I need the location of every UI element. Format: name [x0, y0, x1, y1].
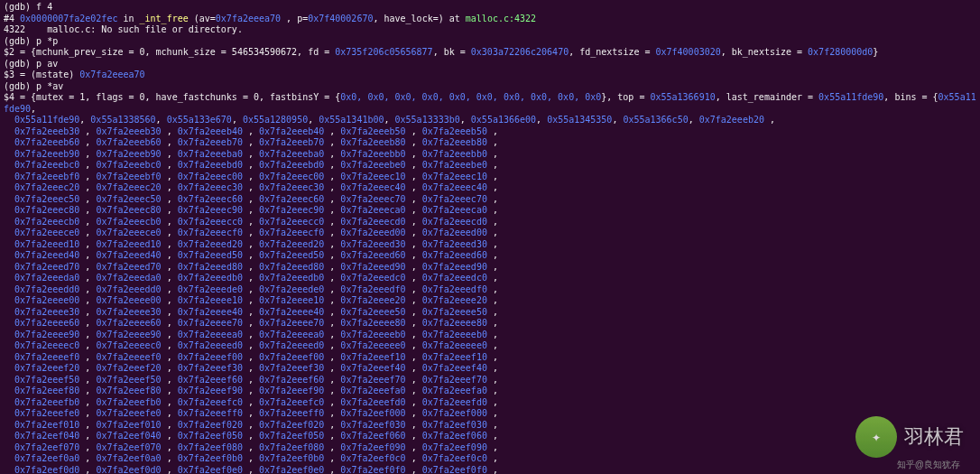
terminal-output[interactable]: (gdb) f 4 #4 0x0000007fa2e02fec in _int_… — [0, 0, 980, 474]
watermark-author: 羽林君 — [904, 424, 964, 450]
watermark: ✦ 羽林君 — [855, 416, 964, 458]
watermark-sub: 知乎@良知犹存 — [897, 460, 960, 471]
wechat-icon: ✦ — [855, 416, 897, 458]
